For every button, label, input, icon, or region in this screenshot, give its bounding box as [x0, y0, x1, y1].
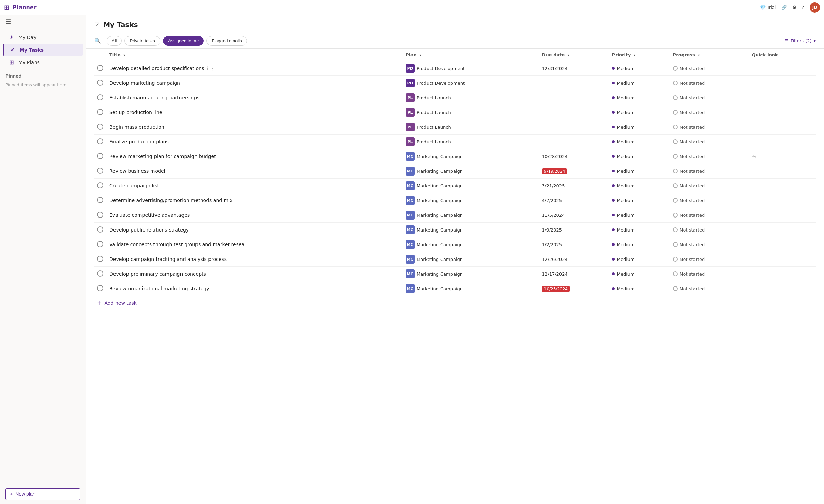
task-checkbox[interactable] [97, 182, 103, 188]
sidebar-item-my-tasks[interactable]: ✔ My Tasks [3, 44, 83, 56]
quick-look-icon[interactable]: ✳ [752, 153, 756, 160]
table-row: Set up production linePLProduct LaunchMe… [94, 105, 816, 120]
task-due-date-cell [539, 76, 609, 90]
plan-name: Marketing Campaign [417, 242, 463, 247]
trial-button[interactable]: 💎 Trial [760, 5, 776, 10]
info-icon[interactable]: ℹ [207, 66, 208, 71]
waffle-icon[interactable]: ⊞ [4, 4, 9, 11]
task-title-text[interactable]: Finalize production plans [109, 139, 169, 144]
filters-button[interactable]: ☰ Filters (2) ▾ [784, 38, 816, 43]
task-checkbox[interactable] [97, 212, 103, 218]
priority-text: Medium [617, 227, 635, 233]
page-title: My Tasks [103, 20, 138, 29]
plan-dot: MC [406, 181, 415, 190]
task-checkbox[interactable] [97, 80, 103, 86]
progress-text: Not started [680, 154, 705, 159]
task-title-text[interactable]: Determine advertising/promotion methods … [109, 198, 232, 203]
share-icon: 🔗 [781, 5, 787, 10]
check-icon: ✔ [9, 46, 16, 53]
th-progress[interactable]: Progress ▾ [670, 49, 749, 61]
task-title-text[interactable]: Validate concepts through test groups an… [109, 242, 244, 247]
task-priority-cell: Medium [609, 237, 670, 252]
tab-assigned[interactable]: Assigned to me [163, 36, 204, 46]
add-task-row[interactable]: + Add new task [94, 296, 816, 309]
new-plan-button[interactable]: + New plan [5, 488, 80, 500]
share-button[interactable]: 🔗 [781, 5, 787, 10]
task-title-text[interactable]: Review business model [109, 168, 165, 174]
priority-text: Medium [617, 271, 635, 277]
task-checkbox[interactable] [97, 285, 103, 291]
sidebar-item-my-day[interactable]: ☀ My Day [3, 31, 83, 43]
task-check-cell [94, 267, 107, 281]
help-button[interactable]: ? [802, 5, 804, 10]
settings-button[interactable]: ⚙ [792, 5, 796, 10]
task-due-date-cell [539, 90, 609, 105]
task-checkbox[interactable] [97, 226, 103, 233]
task-due-date-cell: 12/26/2024 [539, 252, 609, 267]
progress-circle [673, 198, 678, 203]
task-due-date: 10/28/2024 [542, 154, 568, 159]
th-plan[interactable]: Plan ▾ [403, 49, 539, 61]
task-checkbox[interactable] [97, 241, 103, 247]
task-checkbox[interactable] [97, 138, 103, 144]
task-title-text[interactable]: Set up production line [109, 110, 162, 115]
task-quick-look-cell [749, 120, 816, 135]
trial-label: Trial [767, 5, 776, 10]
task-title-text[interactable]: Review organizational marketing strategy [109, 286, 210, 291]
task-checkbox[interactable] [97, 65, 103, 71]
task-due-date: 12/17/2024 [542, 271, 568, 277]
priority-dot [612, 228, 615, 231]
task-title-cell: Develop public relations strategy [107, 223, 403, 237]
task-checkbox[interactable] [97, 94, 103, 100]
task-title-text[interactable]: Begin mass production [109, 124, 164, 130]
progress-circle [673, 227, 678, 232]
task-plan-cell: PLProduct Launch [403, 120, 539, 135]
task-checkbox[interactable] [97, 153, 103, 159]
task-checkbox[interactable] [97, 270, 103, 277]
task-title-text[interactable]: Develop campaign tracking and analysis p… [109, 256, 227, 262]
priority-dot [612, 126, 615, 128]
content-area: ☑ My Tasks 🔍 All Private tasks Assigned … [86, 15, 824, 504]
progress-circle [673, 110, 678, 115]
th-priority[interactable]: Priority ▾ [609, 49, 670, 61]
plus-icon: + [97, 299, 102, 306]
task-plan-cell: MCMarketing Campaign [403, 237, 539, 252]
tab-flagged[interactable]: Flagged emails [206, 36, 247, 46]
sidebar-item-my-plans[interactable]: ⊞ My Plans [3, 56, 83, 68]
task-quick-look-cell [749, 105, 816, 120]
task-checkbox[interactable] [97, 124, 103, 130]
tab-private[interactable]: Private tasks [124, 36, 160, 46]
task-due-date-cell: 11/5/2024 [539, 208, 609, 223]
th-title[interactable]: Title ▾ [107, 49, 403, 61]
task-quick-look-cell [749, 208, 816, 223]
task-title-text[interactable]: Review marketing plan for campaign budge… [109, 154, 216, 159]
task-title-text[interactable]: Develop public relations strategy [109, 227, 189, 233]
topbar: ⊞ Planner 💎 Trial 🔗 ⚙ ? JD [0, 0, 824, 15]
avatar[interactable]: JD [810, 2, 820, 13]
priority-text: Medium [617, 169, 635, 174]
sidebar-toggle[interactable]: ☰ [0, 15, 86, 28]
plan-name: Product Development [417, 81, 465, 86]
task-title-text[interactable]: Create campaign list [109, 183, 159, 188]
th-due-date[interactable]: Due date ▾ [539, 49, 609, 61]
task-progress-cell: Not started [670, 179, 749, 193]
task-progress-cell: Not started [670, 208, 749, 223]
task-checkbox[interactable] [97, 197, 103, 203]
task-title-text[interactable]: Develop marketing campaign [109, 80, 180, 86]
task-title-text[interactable]: Establish manufacturing partnerships [109, 95, 199, 100]
task-checkbox[interactable] [97, 256, 103, 262]
priority-text: Medium [617, 95, 635, 100]
plan-name: Marketing Campaign [417, 227, 463, 233]
plan-name: Marketing Campaign [417, 183, 463, 188]
task-progress-cell: Not started [670, 223, 749, 237]
search-icon[interactable]: 🔍 [94, 38, 101, 44]
task-checkbox[interactable] [97, 168, 103, 174]
task-checkbox[interactable] [97, 109, 103, 115]
task-title-text[interactable]: Evaluate competitive advantages [109, 212, 190, 218]
plan-dot: PL [406, 108, 415, 117]
more-icon[interactable]: ⋮ [210, 66, 215, 71]
task-title-cell: Review business model [107, 164, 403, 179]
task-title-text[interactable]: Develop detailed product specifications [109, 66, 204, 71]
task-title-text[interactable]: Develop preliminary campaign concepts [109, 271, 206, 277]
tab-all[interactable]: All [107, 36, 122, 46]
